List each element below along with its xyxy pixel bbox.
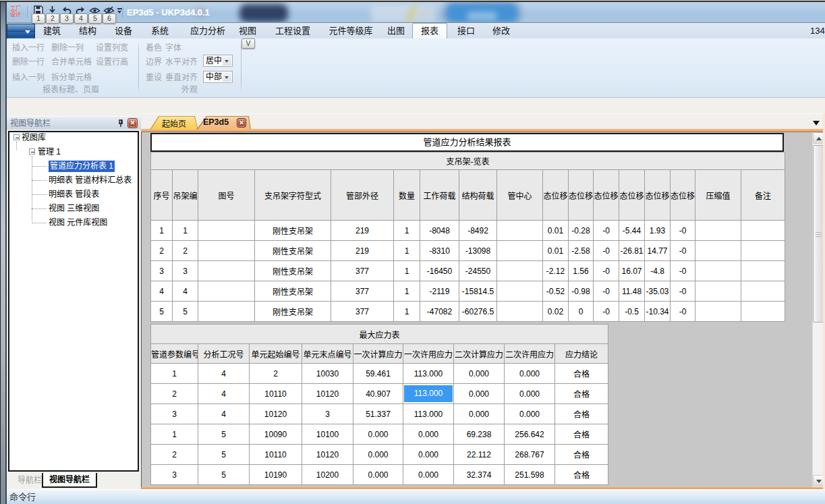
table-cell[interactable]: 0.000: [454, 364, 505, 384]
close-panel-button[interactable]: ✕: [127, 118, 138, 128]
table-cell[interactable]: 0.000: [353, 465, 403, 485]
table-cell[interactable]: 3: [151, 261, 173, 281]
tree-item[interactable]: 视图 元件库视图: [49, 217, 107, 229]
valign-combobox[interactable]: 中部: [203, 71, 233, 83]
table-cell[interactable]: 刚性支吊架: [255, 302, 331, 322]
pin-button[interactable]: [116, 119, 125, 128]
table-cell[interactable]: -10.34: [645, 302, 671, 322]
ribbon-tab-11[interactable]: 接口: [457, 23, 475, 39]
tree-item-selected[interactable]: 管道应力分析表 1: [49, 161, 115, 172]
ribbon-tab-9[interactable]: 出图: [387, 23, 405, 39]
table-cell[interactable]: 0.000: [403, 424, 454, 445]
table-cell[interactable]: -0: [594, 261, 619, 281]
left-panel-header[interactable]: 视图导航栏 ✕: [7, 116, 141, 130]
table-cell[interactable]: [198, 241, 255, 261]
table-cell[interactable]: [198, 281, 255, 302]
table-cell[interactable]: 10110: [250, 384, 302, 404]
table-cell[interactable]: 1: [394, 302, 420, 322]
table-cell[interactable]: 2: [151, 445, 198, 465]
ribbon-tab-6[interactable]: 视图: [239, 23, 256, 39]
table-cell[interactable]: 10030: [302, 364, 353, 384]
table-cell[interactable]: [497, 261, 543, 281]
table-cell[interactable]: 32.374: [454, 465, 505, 485]
table-cell[interactable]: 268.767: [505, 445, 555, 465]
tree-expander-icon[interactable]: [13, 134, 20, 140]
selected-cell[interactable]: 113.000: [404, 385, 453, 402]
table-cell[interactable]: 0: [569, 302, 594, 322]
table-cell[interactable]: -0.28: [569, 221, 594, 241]
table-cell[interactable]: 10120: [302, 384, 353, 404]
table-cell[interactable]: 1: [151, 221, 173, 241]
table-cell[interactable]: -24550: [459, 261, 497, 281]
table-cell[interactable]: -2119: [420, 281, 459, 302]
table-cell[interactable]: 4: [198, 364, 250, 384]
table-cell[interactable]: -0: [594, 241, 619, 261]
combo-dropdown-button[interactable]: [223, 72, 231, 82]
table-cell[interactable]: 256.642: [505, 424, 555, 445]
table-cell[interactable]: 0.01: [543, 241, 569, 261]
table-cell[interactable]: 0.01: [543, 221, 569, 241]
ribbon-button-5[interactable]: 合并单元格: [51, 57, 92, 68]
tab-list-dropdown-button[interactable]: [813, 121, 820, 125]
table-cell[interactable]: -2.58: [569, 241, 594, 261]
table-cell[interactable]: [198, 221, 255, 241]
table-cell[interactable]: 11.48: [619, 281, 645, 302]
table-cell[interactable]: 0.000: [454, 384, 505, 404]
table-cell[interactable]: [741, 241, 785, 261]
table-cell[interactable]: 14.77: [645, 241, 671, 261]
table-cell[interactable]: 1.93: [645, 221, 671, 241]
table-cell[interactable]: 5: [198, 465, 250, 485]
table-cell[interactable]: 1: [394, 261, 420, 281]
table-cell[interactable]: -0: [594, 281, 619, 302]
table-cell[interactable]: -0: [671, 241, 695, 261]
table-cell[interactable]: [497, 302, 543, 322]
font-button[interactable]: 字体: [165, 43, 181, 54]
table-cell[interactable]: [497, 241, 543, 261]
table-cell[interactable]: [497, 281, 543, 302]
table-cell[interactable]: 刚性支吊架: [255, 241, 331, 261]
table-cell[interactable]: 0.000: [505, 364, 555, 384]
table-cell[interactable]: 113.000: [403, 404, 454, 424]
table-cell[interactable]: 5: [198, 445, 250, 465]
table-cell[interactable]: 10200: [302, 465, 353, 485]
scroll-down-button[interactable]: [813, 475, 824, 486]
border-button[interactable]: 边界: [146, 57, 162, 68]
table-cell[interactable]: -0.52: [543, 281, 569, 302]
table-cell[interactable]: 合格: [555, 445, 608, 465]
table-cell[interactable]: 69.238: [454, 424, 505, 445]
tree-item[interactable]: 明细表 管段表: [49, 189, 99, 200]
table-cell[interactable]: -8310: [420, 241, 459, 261]
table-cell[interactable]: 2: [173, 241, 198, 261]
table-cell[interactable]: 219: [331, 221, 394, 241]
tab-view-navigation-bar[interactable]: 视图导航栏: [42, 473, 97, 488]
table-cell[interactable]: -26.81: [619, 241, 645, 261]
table-cell[interactable]: -35.03: [645, 281, 671, 302]
table-cell[interactable]: 合格: [555, 404, 608, 424]
combo-dropdown-button[interactable]: [223, 56, 231, 65]
table-cell[interactable]: 3: [302, 404, 353, 424]
ribbon-tab-7[interactable]: 工程设置: [275, 23, 310, 39]
ribbon-button-7[interactable]: 插入一列: [12, 72, 45, 84]
table-cell[interactable]: 3: [173, 261, 198, 281]
table-cell[interactable]: [741, 221, 785, 241]
table-cell[interactable]: [198, 302, 255, 322]
table-cell[interactable]: 0.000: [353, 424, 403, 445]
table-cell[interactable]: 10110: [250, 445, 302, 465]
table-cell[interactable]: 0.000: [505, 404, 555, 424]
application-menu-button[interactable]: [7, 24, 35, 39]
table-cell[interactable]: -0: [671, 302, 695, 322]
table-cell[interactable]: -0.5: [619, 302, 645, 322]
table-cell[interactable]: [741, 302, 785, 322]
table-cell[interactable]: 5: [151, 302, 173, 322]
table-cell[interactable]: -2.12: [543, 261, 569, 281]
table-cell[interactable]: 377: [331, 281, 394, 302]
app-logo[interactable]: 工厂设计: [7, 5, 24, 18]
table-cell[interactable]: 51.337: [353, 404, 403, 424]
scrollbar-thumb[interactable]: [813, 145, 824, 323]
table-cell[interactable]: -13098: [459, 241, 497, 261]
table-cell[interactable]: 3: [151, 404, 198, 424]
ribbon-tab-3[interactable]: 设备: [115, 23, 132, 39]
ribbon-tab-2[interactable]: 结构: [79, 23, 96, 39]
tree-item[interactable]: 视图库: [22, 132, 46, 144]
table-cell[interactable]: 合格: [555, 384, 608, 404]
